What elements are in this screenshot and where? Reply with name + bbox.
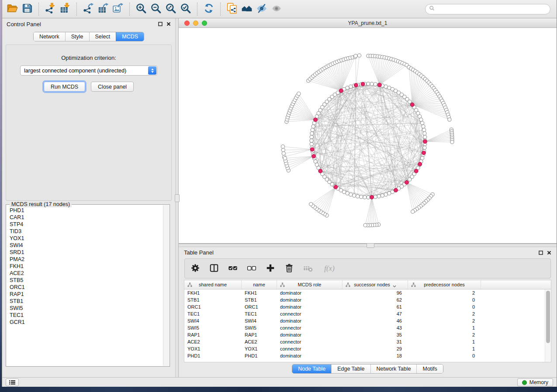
tab-motifs[interactable]: Motifs: [416, 364, 443, 373]
column-header-predecessor-nodes[interactable]: predecessor nodes: [408, 280, 481, 289]
tab-node-table[interactable]: Node Table: [292, 364, 331, 373]
show-panels-button[interactable]: [6, 378, 19, 386]
zoom-out-button[interactable]: [149, 2, 163, 17]
mcds-result-item[interactable]: CAR1: [10, 214, 163, 221]
zoom-selected-button[interactable]: [178, 2, 193, 17]
table-row[interactable]: SWI4SWI4dominator462: [184, 317, 551, 324]
vertical-splitter[interactable]: [175, 18, 179, 377]
mcds-result-item[interactable]: SWI5: [10, 305, 163, 312]
mcds-result-item[interactable]: SRD1: [10, 249, 163, 256]
network-canvas[interactable]: [179, 28, 557, 243]
export-network-button[interactable]: [81, 2, 96, 17]
select-all-button[interactable]: [227, 262, 239, 275]
mcds-result-scrollbar[interactable]: [163, 205, 169, 366]
clone-network-button[interactable]: [225, 2, 239, 17]
horizontal-splitter[interactable]: [179, 244, 557, 247]
column-header-successor-nodes[interactable]: successor nodes: [343, 280, 408, 289]
mcds-result-item[interactable]: ORC1: [10, 284, 163, 291]
tab-network[interactable]: Network: [34, 32, 65, 41]
column-header-shared-name[interactable]: shared name: [184, 280, 242, 289]
column-header-MCDS-role[interactable]: MCDS role: [277, 280, 343, 289]
dominator-node: [314, 118, 318, 122]
dominator-node: [394, 188, 398, 192]
refresh-network-button[interactable]: [201, 2, 216, 17]
export-image-button[interactable]: [111, 2, 125, 17]
tab-mcds[interactable]: MCDS: [116, 32, 144, 41]
table-scrollbar[interactable]: [545, 289, 551, 362]
dominator-node: [410, 103, 414, 107]
cell-successor-nodes: 43: [343, 324, 408, 331]
cell-MCDS-role: connector: [277, 338, 343, 345]
tab-select[interactable]: Select: [89, 32, 116, 41]
import-network-button[interactable]: [43, 2, 58, 17]
table-row[interactable]: PHD1PHD1dominator180: [184, 352, 551, 359]
memory-button[interactable]: Memory: [517, 378, 553, 386]
mcds-result-item[interactable]: TID3: [10, 228, 163, 235]
open-file-button[interactable]: [5, 2, 20, 17]
tab-network-table[interactable]: Network Table: [370, 364, 417, 373]
float-panel-icon[interactable]: [539, 251, 543, 255]
zoom-in-button[interactable]: [134, 2, 149, 17]
mcds-result-item[interactable]: PMA2: [10, 256, 163, 263]
table-row[interactable]: TEC1TEC1connector472: [184, 310, 551, 317]
mcds-result-list: PHD1CAR1STP4TID3YOX1SWI4SRD1PMA2FKH1ACE2…: [7, 205, 163, 366]
sort-menu-icon[interactable]: [393, 283, 396, 286]
optimization-criterion-select[interactable]: largest connected component (undirected): [20, 65, 157, 76]
table-row[interactable]: ORC1ORC1dominator610: [184, 303, 551, 310]
search-input[interactable]: [437, 6, 547, 13]
column-header-name[interactable]: name: [242, 280, 277, 289]
hide-panel-button[interactable]: [254, 2, 269, 17]
mcds-result-item[interactable]: RAP1: [10, 291, 163, 298]
export-table-button[interactable]: [96, 2, 111, 17]
cell-predecessor-nodes: 2: [408, 310, 481, 317]
mcds-result-item[interactable]: TEC1: [10, 312, 163, 319]
mcds-result-item[interactable]: ACE2: [10, 270, 163, 277]
status-bar: Memory: [2, 377, 557, 387]
cell-successor-nodes: 61: [343, 303, 408, 310]
table-row[interactable]: RAP1RAP1dominator352: [184, 331, 551, 338]
table-row[interactable]: STB1STB1dominator620: [184, 296, 551, 303]
settings-gear-button[interactable]: [189, 262, 201, 275]
deselect-all-button[interactable]: [246, 262, 258, 275]
table-row[interactable]: ACE2ACE2connector311: [184, 338, 551, 345]
dominator-node: [339, 89, 343, 93]
close-panel-icon[interactable]: [547, 251, 551, 255]
float-panel-icon[interactable]: [158, 22, 163, 26]
table-row[interactable]: FKH1FKH1dominator962: [184, 289, 551, 296]
add-column-button[interactable]: [264, 262, 277, 275]
mcds-result-item[interactable]: SWI4: [10, 242, 163, 249]
zoom-fit-button[interactable]: [163, 2, 178, 17]
import-table-button[interactable]: [58, 2, 73, 17]
mcds-result-item[interactable]: PHD1: [10, 207, 163, 214]
tab-edge-table[interactable]: Edge Table: [331, 364, 370, 373]
table-row[interactable]: YOX1YOX1connector291: [184, 345, 551, 352]
dominator-node: [370, 195, 374, 199]
cell-successor-nodes: 47: [343, 310, 408, 317]
split-columns-button[interactable]: [208, 262, 220, 275]
settings-gear-icon: [190, 263, 200, 274]
mcds-result-item[interactable]: GCR1: [10, 319, 163, 326]
column-type-icon: [411, 282, 416, 287]
save-session-button[interactable]: [20, 2, 35, 17]
show-panel-button[interactable]: [269, 2, 284, 17]
network-window-titlebar: YPA_prune.txt_1: [179, 18, 557, 28]
horizontal-splitter-grip[interactable]: [367, 243, 374, 248]
mcds-result-item[interactable]: FKH1: [10, 263, 163, 270]
show-panel-icon: [271, 3, 282, 15]
mcds-result-item[interactable]: YOX1: [10, 235, 163, 242]
table-row[interactable]: SWI5SWI5connector431: [184, 324, 551, 331]
delete-column-button[interactable]: [283, 262, 295, 275]
tab-style[interactable]: Style: [65, 32, 89, 41]
run-mcds-button[interactable]: Run MCDS: [44, 82, 85, 92]
mcds-result-item[interactable]: STP4: [10, 221, 163, 228]
close-panel-button[interactable]: Close panel: [91, 82, 134, 92]
cell-name: FKH1: [242, 289, 277, 296]
close-panel-icon[interactable]: [166, 22, 171, 26]
mcds-result-item[interactable]: STB5: [10, 277, 163, 284]
mcds-result-item[interactable]: STB1: [10, 298, 163, 305]
session-home-button[interactable]: [239, 2, 254, 17]
control-panel-title: Control Panel: [7, 21, 41, 28]
control-panel-tabs: NetworkStyleSelectMCDS: [33, 32, 144, 41]
table-scrollbar-thumb[interactable]: [546, 291, 550, 343]
vertical-splitter-grip[interactable]: [175, 194, 180, 202]
